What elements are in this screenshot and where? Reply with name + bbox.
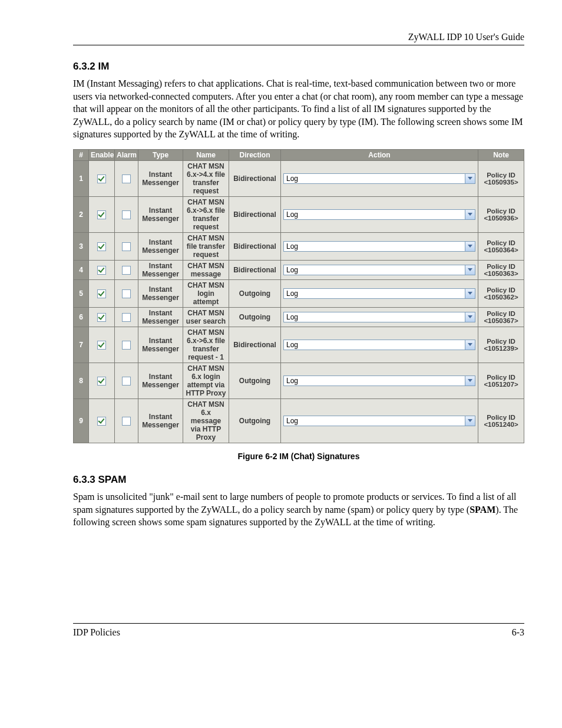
enable-cell xyxy=(89,398,115,443)
table-header-row: # Enable Alarm Type Name Direction Actio… xyxy=(74,149,524,160)
direction-cell: Bidirectional xyxy=(229,327,281,363)
enable-checkbox[interactable] xyxy=(97,174,106,183)
name-cell: CHAT MSN 6.x->6.x file transfer request xyxy=(183,196,229,232)
action-dropdown[interactable]: Log xyxy=(283,265,475,275)
spam-description-paragraph: Spam is unsolicited "junk" e-mail sent t… xyxy=(73,490,524,529)
enable-cell xyxy=(89,260,115,279)
col-header-note: Note xyxy=(478,149,524,160)
type-cell: Instant Messenger xyxy=(138,398,183,443)
alarm-checkbox[interactable] xyxy=(122,377,131,386)
action-dropdown[interactable]: Log xyxy=(283,416,475,426)
alarm-checkbox[interactable] xyxy=(122,417,131,426)
enable-checkbox[interactable] xyxy=(97,210,106,219)
action-dropdown[interactable]: Log xyxy=(283,209,475,220)
alarm-cell xyxy=(115,232,138,260)
enable-checkbox[interactable] xyxy=(97,289,106,298)
direction-cell: Outgoing xyxy=(229,279,281,307)
enable-checkbox[interactable] xyxy=(97,341,106,350)
action-dropdown[interactable]: Log xyxy=(283,312,475,322)
type-cell: Instant Messenger xyxy=(138,327,183,363)
enable-checkbox[interactable] xyxy=(97,242,106,251)
type-cell: Instant Messenger xyxy=(138,279,183,307)
note-cell: Policy ID<1050367> xyxy=(478,307,524,327)
alarm-checkbox[interactable] xyxy=(122,266,131,275)
direction-cell: Bidirectional xyxy=(229,260,281,279)
page-footer: IDP Policies 6-3 xyxy=(73,623,524,638)
table-row: 2Instant MessengerCHAT MSN 6.x->6.x file… xyxy=(74,196,524,232)
col-header-action: Action xyxy=(281,149,478,160)
row-index: 8 xyxy=(74,363,89,398)
table-row: 8Instant MessengerCHAT MSN 6.x login att… xyxy=(74,363,524,398)
enable-cell xyxy=(89,196,115,232)
action-cell: Log xyxy=(281,232,478,260)
note-cell: Policy ID<1050936> xyxy=(478,196,524,232)
alarm-checkbox[interactable] xyxy=(122,289,131,298)
action-dropdown-value: Log xyxy=(284,376,465,386)
alarm-cell xyxy=(115,327,138,363)
alarm-checkbox[interactable] xyxy=(122,174,131,183)
enable-checkbox[interactable] xyxy=(97,377,106,386)
chevron-down-icon[interactable] xyxy=(465,242,475,251)
figure-caption: Figure 6-2 IM (Chat) Signatures xyxy=(73,452,524,461)
action-dropdown[interactable]: Log xyxy=(283,375,475,386)
alarm-checkbox[interactable] xyxy=(122,313,131,322)
chevron-down-icon[interactable] xyxy=(465,340,475,350)
enable-cell xyxy=(89,327,115,363)
note-cell: Policy ID<1050935> xyxy=(478,160,524,196)
direction-cell: Outgoing xyxy=(229,307,281,327)
enable-cell xyxy=(89,307,115,327)
chevron-down-icon[interactable] xyxy=(465,416,475,426)
table-row: 9Instant MessengerCHAT MSN 6.x message v… xyxy=(74,398,524,443)
note-cell: Policy ID<1051240> xyxy=(478,398,524,443)
type-cell: Instant Messenger xyxy=(138,232,183,260)
action-cell: Log xyxy=(281,398,478,443)
enable-checkbox[interactable] xyxy=(97,266,106,275)
page-running-header: ZyWALL IDP 10 User's Guide xyxy=(73,32,524,45)
type-cell: Instant Messenger xyxy=(138,196,183,232)
chevron-down-icon[interactable] xyxy=(465,289,475,298)
enable-checkbox[interactable] xyxy=(97,313,106,322)
chevron-down-icon[interactable] xyxy=(465,174,475,183)
row-index: 9 xyxy=(74,398,89,443)
action-dropdown-value: Log xyxy=(284,174,465,183)
alarm-cell xyxy=(115,279,138,307)
action-dropdown[interactable]: Log xyxy=(283,340,475,350)
alarm-cell xyxy=(115,196,138,232)
chevron-down-icon[interactable] xyxy=(465,376,475,386)
action-dropdown[interactable]: Log xyxy=(283,173,475,184)
action-dropdown-value: Log xyxy=(284,416,465,426)
table-row: 5Instant MessengerCHAT MSN login attempt… xyxy=(74,279,524,307)
alarm-cell xyxy=(115,307,138,327)
table-row: 6Instant MessengerCHAT MSN user searchOu… xyxy=(74,307,524,327)
table-row: 7Instant MessengerCHAT MSN 6.x->6.x file… xyxy=(74,327,524,363)
alarm-checkbox[interactable] xyxy=(122,210,131,219)
footer-right: 6-3 xyxy=(512,627,524,638)
action-dropdown[interactable]: Log xyxy=(283,241,475,252)
action-dropdown-value: Log xyxy=(284,242,465,251)
enable-cell xyxy=(89,160,115,196)
direction-cell: Bidirectional xyxy=(229,160,281,196)
note-cell: Policy ID<1051207> xyxy=(478,363,524,398)
direction-cell: Bidirectional xyxy=(229,232,281,260)
chevron-down-icon[interactable] xyxy=(465,210,475,219)
chevron-down-icon[interactable] xyxy=(465,312,475,322)
action-dropdown[interactable]: Log xyxy=(283,288,475,299)
type-cell: Instant Messenger xyxy=(138,160,183,196)
section-heading-im: 6.3.2 IM xyxy=(73,61,524,73)
direction-cell: Bidirectional xyxy=(229,196,281,232)
row-index: 3 xyxy=(74,232,89,260)
name-cell: CHAT MSN 6.x login attempt via HTTP Prox… xyxy=(183,363,229,398)
chevron-down-icon[interactable] xyxy=(465,265,475,275)
product-guide-title: ZyWALL IDP 10 User's Guide xyxy=(408,32,524,42)
action-dropdown-value: Log xyxy=(284,340,465,350)
name-cell: CHAT MSN user search xyxy=(183,307,229,327)
alarm-checkbox[interactable] xyxy=(122,242,131,251)
type-cell: Instant Messenger xyxy=(138,363,183,398)
enable-checkbox[interactable] xyxy=(97,417,106,426)
action-dropdown-value: Log xyxy=(284,210,465,219)
alarm-checkbox[interactable] xyxy=(122,341,131,350)
action-cell: Log xyxy=(281,160,478,196)
note-cell: Policy ID<1050362> xyxy=(478,279,524,307)
direction-cell: Outgoing xyxy=(229,363,281,398)
table-row: 4Instant MessengerCHAT MSN messageBidire… xyxy=(74,260,524,279)
